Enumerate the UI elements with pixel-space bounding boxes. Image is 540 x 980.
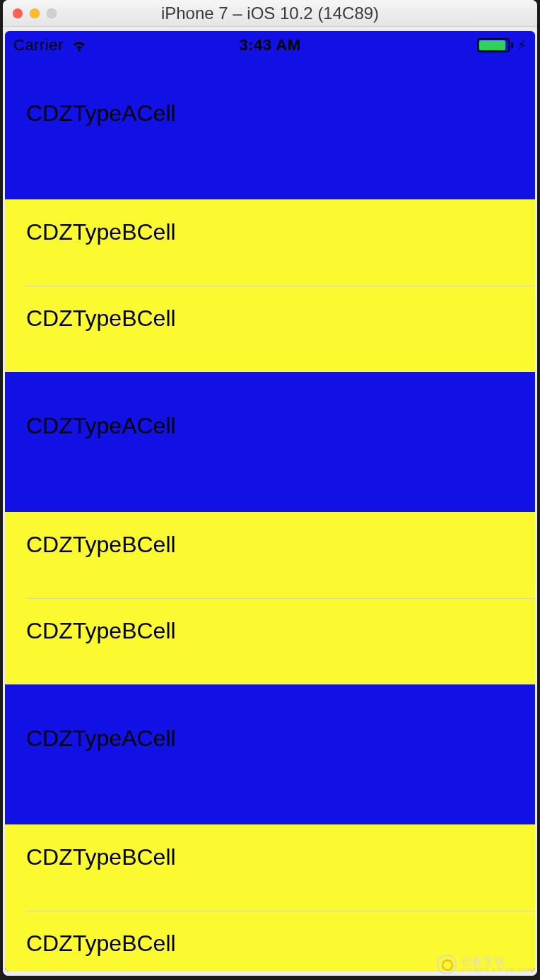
simulator-device-area: Carrier 3:43 AM ⚡︎ xyxy=(3,27,537,976)
table-cell-type-b[interactable]: CDZTypeBCell xyxy=(5,824,535,911)
zoom-window-button xyxy=(47,8,57,18)
cell-label: CDZTypeBCell xyxy=(26,618,176,644)
minimize-window-button[interactable] xyxy=(30,8,40,18)
wifi-icon xyxy=(71,37,88,54)
cell-label: CDZTypeBCell xyxy=(26,532,176,558)
close-window-button[interactable] xyxy=(13,8,23,18)
cell-label: CDZTypeBCell xyxy=(26,931,176,957)
status-bar-right: ⚡︎ xyxy=(477,37,527,53)
table-view[interactable]: CDZTypeACell CDZTypeBCell CDZTypeBCell C… xyxy=(5,59,535,972)
table-cell-type-b[interactable]: CDZTypeBCell xyxy=(5,598,535,684)
simulator-window: iPhone 7 – iOS 10.2 (14C89) Carrier 3:43… xyxy=(3,0,537,976)
carrier-label: Carrier xyxy=(13,36,64,54)
battery-icon xyxy=(477,38,513,52)
cell-label: CDZTypeACell xyxy=(26,100,176,127)
traffic-lights xyxy=(3,8,57,18)
cell-label: CDZTypeBCell xyxy=(26,219,176,245)
window-title: iPhone 7 – iOS 10.2 (14C89) xyxy=(3,4,537,23)
cell-label: CDZTypeBCell xyxy=(26,305,176,332)
table-cell-type-b[interactable]: CDZTypeBCell xyxy=(5,911,535,972)
window-titlebar[interactable]: iPhone 7 – iOS 10.2 (14C89) xyxy=(3,0,537,27)
cell-label: CDZTypeACell xyxy=(26,413,176,439)
table-cell-type-b[interactable]: CDZTypeBCell xyxy=(5,512,535,598)
cell-label: CDZTypeACell xyxy=(26,725,176,752)
table-cell-type-b[interactable]: CDZTypeBCell xyxy=(5,199,535,286)
status-bar-left: Carrier xyxy=(13,36,88,54)
table-cell-type-a[interactable]: CDZTypeACell xyxy=(5,372,535,512)
device-screen[interactable]: Carrier 3:43 AM ⚡︎ xyxy=(5,31,535,972)
charging-icon: ⚡︎ xyxy=(517,37,527,53)
cell-label: CDZTypeBCell xyxy=(26,844,176,870)
table-cell-type-a[interactable]: CDZTypeACell xyxy=(5,684,535,824)
ios-status-bar: Carrier 3:43 AM ⚡︎ xyxy=(5,31,535,59)
table-cell-type-b[interactable]: CDZTypeBCell xyxy=(5,286,535,372)
table-cell-type-a[interactable]: CDZTypeACell xyxy=(5,59,535,199)
